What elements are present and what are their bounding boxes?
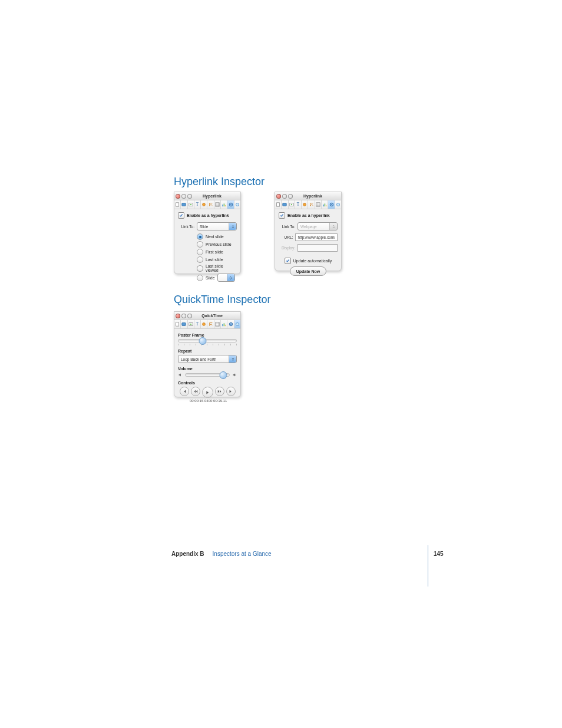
tab-quicktime[interactable] — [234, 320, 240, 328]
tab-text[interactable]: T — [295, 200, 302, 209]
tab-slide[interactable] — [282, 200, 288, 209]
tab-text[interactable]: T — [194, 200, 201, 209]
poster-frame-slider[interactable] — [178, 339, 237, 342]
repeat-select[interactable]: Loop Back and Forth — [178, 355, 237, 363]
speaker-high-icon — [232, 373, 237, 377]
radio-previous-slide[interactable] — [197, 241, 203, 248]
enable-as-hyperlink-checkbox[interactable] — [178, 212, 184, 219]
update-automatically-checkbox[interactable] — [285, 258, 291, 264]
tab-graphic[interactable] — [201, 320, 207, 328]
close-icon[interactable] — [176, 314, 180, 318]
link-to-select[interactable]: Slide — [197, 222, 237, 230]
slide-number-select[interactable] — [217, 274, 235, 282]
tab-chart[interactable] — [221, 320, 227, 328]
svg-point-22 — [330, 203, 333, 206]
zoom-icon — [187, 314, 192, 318]
tab-document[interactable] — [174, 320, 181, 328]
tab-metrics[interactable] — [207, 320, 214, 328]
play-button[interactable] — [202, 387, 213, 398]
minimize-icon — [181, 314, 186, 318]
time-elapsed: 00:00:15.04 — [190, 399, 209, 403]
chevron-up-down-icon — [329, 223, 337, 230]
radio-last-slide-viewed[interactable] — [197, 265, 203, 272]
svg-rect-19 — [323, 205, 324, 206]
update-now-button[interactable]: Update Now — [290, 266, 326, 276]
minimize-icon — [282, 194, 287, 199]
svg-rect-12 — [277, 203, 280, 206]
radio-slide-number[interactable] — [197, 275, 203, 281]
svg-rect-33 — [225, 325, 226, 326]
tab-quicktime[interactable] — [234, 200, 240, 209]
volume-label: Volume — [178, 367, 237, 371]
radio-last-slide[interactable] — [197, 256, 203, 263]
radio-label: Slide — [206, 276, 215, 280]
appendix-label: Appendix B — [171, 551, 204, 557]
tab-hyperlink[interactable] — [227, 200, 234, 209]
titlebar: Hyperlink — [174, 192, 240, 200]
footer-divider — [428, 545, 428, 587]
tab-build[interactable] — [188, 200, 194, 209]
svg-rect-6 — [216, 203, 219, 206]
link-to-label: Link To: — [279, 225, 295, 229]
window-title: Hyperlink — [293, 194, 333, 198]
tab-table[interactable] — [214, 200, 221, 209]
tab-slide[interactable] — [181, 200, 187, 209]
tab-text[interactable]: T — [194, 320, 201, 328]
svg-rect-8 — [224, 203, 225, 206]
repeat-label: Repeat — [178, 349, 237, 353]
repeat-value: Loop Back and Forth — [178, 357, 216, 361]
svg-rect-7 — [222, 205, 223, 206]
tab-slide[interactable] — [181, 320, 187, 328]
tab-graphic[interactable] — [302, 200, 308, 209]
radio-next-slide[interactable] — [197, 233, 203, 240]
volume-slider[interactable] — [185, 373, 230, 377]
tab-chart[interactable] — [221, 200, 227, 209]
radio-first-slide[interactable] — [197, 249, 203, 255]
tab-graphic[interactable] — [201, 200, 207, 209]
close-icon[interactable] — [176, 194, 180, 199]
url-field[interactable]: http://www.apple.com/ — [295, 233, 338, 241]
window-title: Hyperlink — [192, 194, 232, 198]
tab-build[interactable] — [188, 320, 194, 328]
tab-hyperlink[interactable] — [227, 320, 234, 328]
time-total: 00:00:39.11 — [209, 399, 227, 403]
minimize-icon — [181, 194, 186, 199]
svg-text:T: T — [196, 202, 199, 207]
svg-text:T: T — [297, 202, 300, 207]
tab-chart[interactable] — [322, 200, 328, 209]
zoom-icon — [187, 194, 192, 199]
tab-build[interactable] — [289, 200, 295, 209]
link-to-select[interactable]: Webpage — [297, 222, 338, 230]
svg-rect-30 — [216, 322, 219, 326]
svg-point-34 — [229, 322, 233, 326]
skip-back-button[interactable] — [180, 387, 189, 396]
svg-rect-24 — [176, 322, 179, 326]
heading-hyperlink-inspector: Hyperlink Inspector — [174, 176, 265, 188]
svg-point-27 — [190, 324, 191, 325]
tab-table[interactable] — [214, 320, 221, 328]
svg-rect-13 — [283, 203, 286, 206]
svg-point-10 — [229, 203, 233, 206]
skip-forward-button[interactable] — [226, 387, 236, 396]
display-field[interactable] — [297, 244, 338, 252]
close-icon[interactable] — [276, 194, 281, 199]
tab-metrics[interactable] — [207, 200, 214, 209]
svg-point-15 — [291, 204, 292, 205]
svg-rect-18 — [316, 203, 320, 206]
svg-point-17 — [303, 203, 306, 206]
tab-metrics[interactable] — [308, 200, 315, 209]
svg-text:T: T — [196, 322, 199, 327]
slider-ticks — [178, 344, 237, 345]
tab-table[interactable] — [315, 200, 322, 209]
fast-forward-button[interactable] — [215, 387, 224, 396]
tab-quicktime[interactable] — [335, 200, 341, 209]
enable-as-hyperlink-label: Enable as a hyperlink — [187, 213, 229, 218]
enable-as-hyperlink-checkbox[interactable] — [279, 212, 285, 219]
tab-document[interactable] — [275, 200, 282, 209]
page-footer: Appendix B Inspectors at a Glance — [171, 551, 444, 557]
link-to-value: Webpage — [298, 225, 317, 229]
tab-document[interactable] — [174, 200, 181, 209]
tab-hyperlink[interactable] — [328, 200, 335, 209]
rewind-button[interactable] — [191, 387, 200, 396]
quicktime-inspector-panel: QuickTime T Poster Frame Repeat Loop Bac… — [174, 311, 241, 397]
